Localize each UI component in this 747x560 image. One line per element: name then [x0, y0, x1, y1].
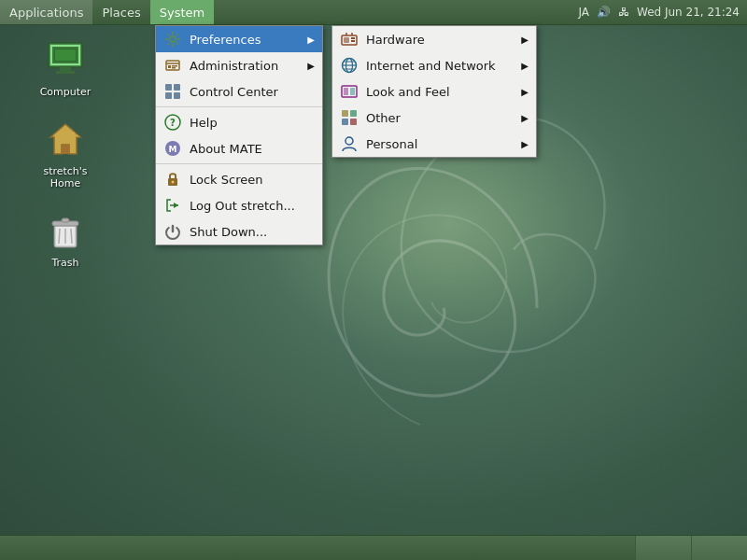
taskbar-top: Applications Places System JA 🔊 🖧 Wed Ju…	[0, 0, 747, 25]
log-out-icon	[163, 196, 182, 215]
svg-rect-51	[350, 119, 357, 125]
svg-rect-4	[55, 49, 76, 61]
places-label: Places	[102, 6, 140, 20]
menu-sep-1	[156, 106, 322, 107]
about-mate-icon: M	[163, 139, 182, 158]
shut-down-icon	[163, 222, 182, 241]
svg-rect-50	[342, 119, 348, 125]
svg-text:M: M	[169, 145, 177, 154]
other-arrow: ▶	[521, 113, 529, 123]
menu-item-lock-screen[interactable]: Lock Screen	[156, 166, 322, 192]
other-label: Other	[366, 111, 401, 125]
system-menu-popup: Preferences ▶ Administration ▶	[155, 25, 323, 245]
control-center-icon	[163, 82, 182, 101]
svg-line-14	[71, 229, 72, 244]
svg-rect-49	[350, 110, 357, 117]
svg-rect-8	[62, 145, 69, 154]
applications-label: Applications	[9, 6, 83, 20]
datetime: Wed Jun 21, 21:24	[637, 6, 740, 19]
shut-down-label: Shut Down...	[190, 225, 267, 239]
internet-network-icon	[340, 56, 359, 75]
help-icon: ?	[163, 113, 182, 132]
submenu-item-look-feel[interactable]: Look and Feel ▶	[332, 78, 536, 105]
system-menu-button[interactable]: System	[150, 0, 214, 24]
preferences-icon	[163, 30, 182, 49]
menu-item-help[interactable]: ? Help	[156, 109, 322, 135]
look-feel-label: Look and Feel	[366, 85, 450, 99]
svg-rect-47	[350, 88, 355, 95]
svg-rect-23	[165, 84, 172, 91]
home-label: stretch's Home	[28, 165, 103, 189]
system-menu-list: Preferences ▶ Administration ▶	[155, 25, 323, 245]
taskbar-right: JA 🔊 🖧 Wed Jun 21, 21:24	[578, 6, 747, 19]
computer-icon	[43, 37, 88, 82]
submenu-item-internet-network[interactable]: Internet and Network ▶	[332, 52, 536, 78]
menu-item-control-center[interactable]: Control Center	[156, 78, 322, 105]
internet-network-label: Internet and Network	[366, 59, 496, 73]
administration-label: Administration	[190, 59, 278, 73]
svg-point-32	[172, 181, 175, 184]
look-feel-arrow: ▶	[521, 87, 529, 97]
user-indicator: JA	[578, 6, 589, 19]
network-icon[interactable]: 🖧	[618, 6, 629, 19]
other-icon	[340, 108, 359, 127]
svg-rect-6	[56, 71, 75, 74]
svg-rect-21	[172, 65, 177, 67]
svg-point-52	[345, 137, 353, 145]
hardware-icon	[340, 30, 359, 49]
computer-icon-item[interactable]: Computer	[28, 37, 103, 98]
svg-line-12	[59, 229, 60, 244]
svg-rect-35	[344, 37, 349, 43]
preferences-arrow: ▶	[307, 35, 315, 45]
trash-icon-item[interactable]: Trash	[28, 208, 103, 269]
submenu-item-other[interactable]: Other ▶	[332, 105, 536, 131]
menu-sep-2	[156, 163, 322, 164]
places-menu[interactable]: Places	[92, 0, 149, 24]
taskbar-bottom	[0, 535, 747, 560]
log-out-label: Log Out stretch...	[190, 199, 295, 213]
menu-item-about-mate[interactable]: M About MATE	[156, 135, 322, 161]
trash-label: Trash	[51, 257, 78, 269]
lock-screen-label: Lock Screen	[190, 173, 262, 187]
preferences-submenu: Hardware ▶ Internet and Network ▶ Look a…	[331, 25, 537, 158]
menu-item-preferences[interactable]: Preferences ▶	[156, 26, 322, 52]
volume-icon[interactable]: 🔊	[597, 6, 611, 19]
submenu-item-hardware[interactable]: Hardware ▶	[332, 26, 536, 52]
menu-item-shut-down[interactable]: Shut Down...	[156, 218, 322, 245]
about-mate-label: About MATE	[190, 142, 262, 156]
personal-icon	[340, 134, 359, 153]
personal-label: Personal	[366, 137, 417, 151]
svg-point-17	[170, 36, 176, 42]
desktop-icon-area: Computer stretch's Home	[28, 37, 103, 269]
look-feel-icon	[340, 82, 359, 101]
control-center-label: Control Center	[190, 85, 278, 99]
hardware-arrow: ▶	[521, 35, 529, 45]
administration-arrow: ▶	[307, 61, 315, 71]
help-label: Help	[190, 116, 218, 130]
submenu-item-personal[interactable]: Personal ▶	[332, 131, 536, 157]
computer-label: Computer	[40, 86, 92, 98]
svg-rect-22	[172, 67, 176, 69]
taskbar-bottom-box	[635, 536, 691, 560]
svg-rect-24	[174, 84, 180, 91]
trash-icon	[43, 208, 88, 253]
personal-arrow: ▶	[521, 139, 529, 149]
lock-screen-icon	[163, 170, 182, 189]
applications-menu[interactable]: Applications	[0, 0, 92, 24]
taskbar-bottom-box-2	[691, 536, 747, 560]
svg-rect-37	[351, 40, 355, 42]
taskbar-bottom-right	[635, 536, 747, 560]
svg-rect-48	[342, 110, 348, 117]
home-icon-item[interactable]: stretch's Home	[28, 117, 103, 189]
svg-rect-46	[344, 88, 348, 95]
menu-item-log-out[interactable]: Log Out stretch...	[156, 192, 322, 218]
svg-rect-25	[165, 92, 172, 99]
preferences-label: Preferences	[190, 33, 261, 47]
internet-network-arrow: ▶	[521, 61, 529, 71]
svg-rect-20	[168, 65, 171, 68]
svg-rect-16	[62, 218, 69, 222]
menu-item-administration[interactable]: Administration ▶	[156, 52, 322, 78]
svg-rect-36	[351, 37, 355, 39]
top-menu-items: Applications Places System	[0, 0, 214, 24]
hardware-label: Hardware	[366, 33, 425, 47]
